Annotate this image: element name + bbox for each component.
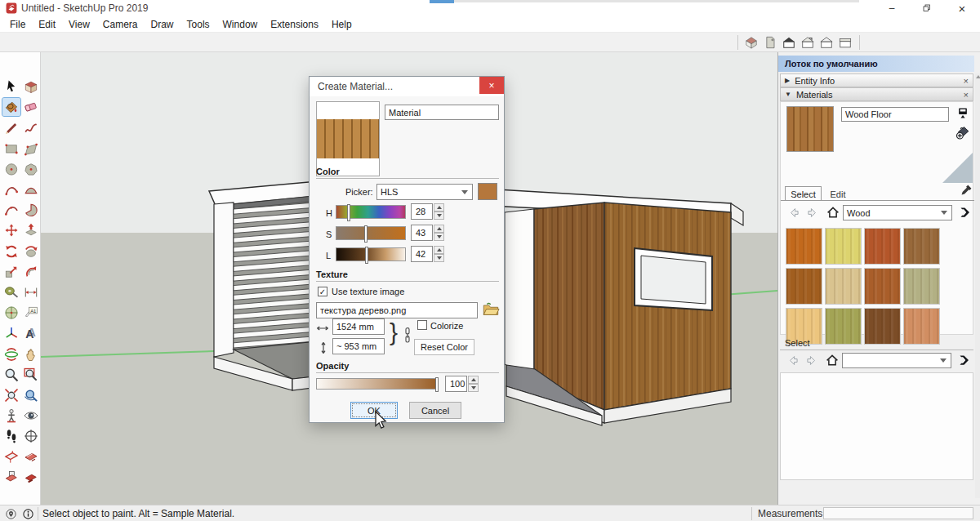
follow-me-tool[interactable] [22, 243, 40, 260]
materials-close-icon[interactable]: × [964, 90, 969, 100]
lightness-slider-handle[interactable] [365, 247, 368, 264]
saturation-value[interactable]: 43 [411, 225, 433, 241]
hue-value[interactable]: 28 [411, 203, 433, 220]
scale-tool[interactable] [2, 263, 20, 281]
rotate-tool[interactable] [2, 243, 20, 260]
details-arrow-icon[interactable] [956, 353, 971, 367]
position-camera-tool[interactable] [2, 407, 20, 425]
back-arrow-icon[interactable] [787, 206, 801, 220]
menu-view[interactable]: View [62, 17, 96, 32]
make-component-tool[interactable] [22, 78, 40, 96]
spin-up-button[interactable] [434, 225, 444, 233]
hue-spinbox[interactable]: 28 [411, 203, 444, 220]
menu-help[interactable]: Help [325, 17, 359, 32]
display-section-cuts-tool[interactable] [2, 469, 20, 487]
view-left-icon[interactable] [837, 34, 853, 51]
tray-header[interactable]: Лоток по умолчанию [778, 56, 974, 72]
view-iso-icon[interactable] [743, 34, 760, 51]
sample-paint-corner[interactable] [942, 153, 973, 183]
text-tool[interactable]: A1 [22, 304, 40, 322]
materials-header[interactable]: ▼ Materials × [780, 87, 973, 101]
saturation-slider[interactable] [336, 226, 406, 240]
view-top-icon[interactable] [762, 34, 778, 51]
home-icon[interactable] [825, 353, 840, 367]
lightness-value[interactable]: 42 [411, 246, 433, 262]
material-name-input[interactable] [385, 105, 499, 120]
move-tool[interactable] [2, 221, 20, 239]
circle-tool[interactable] [2, 160, 20, 178]
lightness-slider[interactable] [336, 247, 406, 261]
zoom-previous-tool[interactable] [22, 386, 40, 404]
menu-edit[interactable]: Edit [32, 17, 62, 32]
collection-dropdown[interactable]: Wood [843, 205, 952, 220]
wood-swatch[interactable] [864, 308, 901, 345]
eyedropper-icon[interactable] [959, 184, 973, 198]
wood-swatch[interactable] [786, 228, 822, 265]
spin-down-button[interactable] [434, 233, 444, 241]
entity-info-header[interactable]: ▶ Entity Info × [780, 73, 973, 87]
current-material-name-input[interactable] [841, 107, 949, 122]
spin-down-button[interactable] [434, 254, 444, 262]
geolocation-icon[interactable] [5, 508, 17, 520]
entity-info-close-icon[interactable]: × [964, 76, 969, 86]
hue-slider[interactable] [336, 205, 406, 219]
spin-down-button[interactable] [434, 212, 444, 220]
restore-button[interactable] [911, 0, 943, 16]
cabin-window-pane[interactable] [641, 256, 706, 304]
wood-swatch[interactable] [825, 268, 862, 305]
paint-bucket-tool[interactable] [2, 98, 20, 116]
push-pull-tool[interactable] [22, 221, 40, 239]
louver-post[interactable] [214, 203, 234, 357]
menu-extensions[interactable]: Extensions [264, 17, 325, 32]
cabin-white-wall[interactable] [505, 209, 534, 381]
home-icon[interactable] [826, 205, 840, 220]
collapse-icon[interactable]: ▶ [785, 77, 790, 84]
texture-width-input[interactable] [332, 318, 385, 335]
3d-text-tool[interactable]: AA [22, 324, 40, 342]
select-tool[interactable] [2, 78, 20, 96]
wood-swatch[interactable] [825, 308, 862, 345]
walk-tool[interactable] [2, 427, 20, 445]
saturation-slider-handle[interactable] [364, 225, 368, 243]
opacity-slider-handle[interactable] [435, 377, 439, 392]
pan-tool[interactable] [22, 345, 40, 363]
wood-swatch[interactable] [864, 228, 901, 265]
aspect-lock-chain-icon[interactable] [401, 323, 414, 346]
wood-swatch[interactable] [825, 228, 862, 265]
create-material-icon[interactable] [954, 123, 972, 141]
reset-color-button[interactable]: Reset Color [414, 339, 474, 355]
protractor-tool[interactable] [2, 304, 20, 322]
spin-up-button[interactable] [468, 376, 479, 384]
expand-icon[interactable]: ▼ [785, 91, 791, 98]
walk-target-tool[interactable] [22, 427, 40, 445]
secondary-collection-dropdown[interactable] [842, 353, 951, 368]
zoom-window-tool[interactable] [22, 366, 40, 384]
orbit-tool[interactable] [2, 345, 20, 363]
wood-swatch[interactable] [903, 268, 940, 305]
dimension-tool[interactable] [22, 283, 40, 301]
menu-draw[interactable]: Draw [145, 17, 180, 32]
look-around-tool[interactable] [22, 407, 40, 425]
measurements-input[interactable] [823, 507, 973, 519]
scroll-up-icon[interactable] [976, 75, 980, 78]
spin-down-button[interactable] [468, 384, 479, 392]
texture-file-input[interactable] [316, 302, 478, 318]
menu-camera[interactable]: Camera [96, 17, 145, 32]
cancel-button[interactable]: Cancel [409, 402, 461, 419]
arc-tool[interactable] [2, 180, 20, 198]
browse-folder-icon[interactable] [482, 301, 500, 318]
two-point-arc-tool[interactable] [22, 180, 40, 198]
secondary-pane-icon[interactable] [956, 105, 970, 120]
minimize-button[interactable]: – [875, 0, 908, 16]
axes-tool[interactable] [2, 324, 20, 342]
lightness-spinbox[interactable]: 42 [411, 246, 444, 262]
opacity-spinbox[interactable]: 100 [445, 376, 479, 392]
hue-slider-handle[interactable] [347, 204, 350, 221]
section-plane-tool[interactable] [2, 448, 20, 466]
current-material-thumbnail[interactable] [786, 106, 834, 152]
opacity-slider[interactable] [316, 378, 437, 390]
tape-measure-tool[interactable] [2, 283, 20, 301]
wood-swatch[interactable] [786, 268, 822, 305]
freehand-tool[interactable] [22, 118, 40, 136]
opacity-value[interactable]: 100 [445, 376, 467, 392]
